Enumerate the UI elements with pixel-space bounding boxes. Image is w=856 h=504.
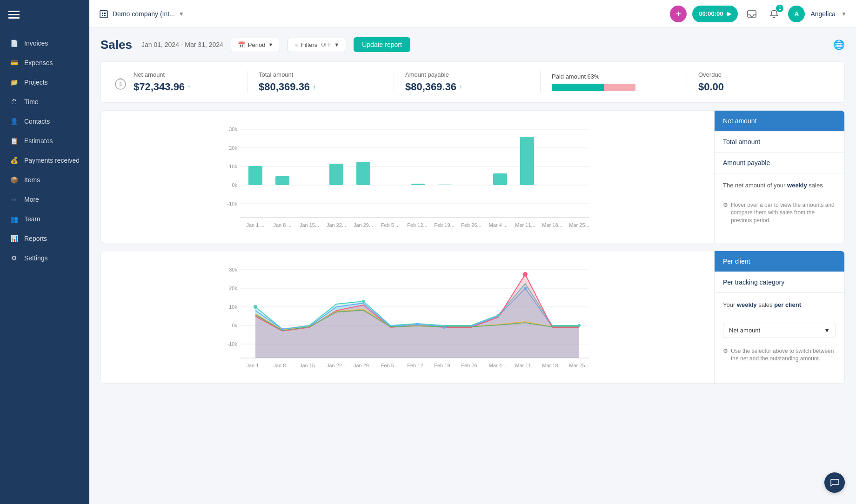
svg-text:Feb 12...: Feb 12... (407, 363, 427, 368)
total-amount-option[interactable]: Total amount (715, 132, 844, 153)
sidebar-header (0, 0, 89, 30)
bar-chart-description: The net amount of your weekly sales (715, 173, 844, 198)
svg-text:Feb 12...: Feb 12... (407, 222, 427, 228)
sidebar-item-label: Time (24, 98, 39, 106)
filters-state: OFF (321, 42, 331, 47)
paid-bar-remaining (604, 84, 635, 91)
net-amount-selector[interactable]: Net amount ▼ (723, 323, 836, 338)
summary-cards: $ Net amount $72,343.96 ↑ Total amount $… (100, 61, 845, 103)
svg-point-63 (443, 326, 446, 329)
sidebar-item-label: Expenses (24, 59, 53, 66)
svg-rect-29 (493, 173, 507, 185)
svg-text:Mar 25...: Mar 25... (569, 363, 589, 368)
user-chevron-icon[interactable]: ▼ (841, 11, 847, 17)
paid-amount-label: Paid amount 63% (552, 73, 675, 80)
add-button[interactable]: + (670, 6, 687, 22)
svg-text:10k: 10k (229, 304, 237, 310)
svg-point-60 (578, 324, 581, 327)
avatar-initial: A (794, 10, 799, 18)
net-amount-card: $ Net amount $72,343.96 ↑ (112, 71, 247, 93)
user-name[interactable]: Angelica (810, 10, 836, 18)
sidebar-item-contacts[interactable]: 👤 Contacts (0, 112, 89, 131)
user-avatar[interactable]: A (788, 6, 805, 22)
selector-chevron-icon: ▼ (824, 327, 830, 334)
sidebar-item-label: Items (24, 176, 40, 184)
amount-payable-value: $80,369.36 ↑ (405, 81, 529, 93)
per-tracking-option[interactable]: Per tracking category (715, 272, 844, 293)
notifications-button[interactable]: 1 (766, 6, 782, 22)
content-area: Sales Jan 01, 2024 - Mar 31, 2024 📅 Peri… (89, 28, 856, 504)
support-button[interactable] (824, 472, 845, 493)
sidebar-item-more[interactable]: ··· More (0, 190, 89, 209)
svg-point-59 (497, 314, 500, 317)
line-chart-section: 30k 20k 10k 0k -10k (100, 251, 845, 384)
expenses-icon: 💳 (9, 58, 19, 67)
sidebar: 📄 Invoices 💳 Expenses 📁 Projects ⏱ Time … (0, 0, 89, 504)
svg-text:Feb 26...: Feb 26... (461, 363, 481, 368)
svg-rect-3 (100, 11, 107, 18)
sidebar-item-label: Estimates (24, 137, 53, 145)
svg-text:Jan 22...: Jan 22... (327, 222, 346, 228)
sidebar-item-reports[interactable]: 📊 Reports (0, 229, 89, 248)
svg-text:30k: 30k (229, 126, 237, 132)
filters-button[interactable]: ≡ Filters OFF ▼ (288, 38, 346, 52)
svg-rect-30 (520, 137, 534, 185)
sidebar-nav: 📄 Invoices 💳 Expenses 📁 Projects ⏱ Time … (0, 30, 89, 504)
filters-label: Filters (301, 41, 317, 48)
svg-text:Jan 15...: Jan 15... (300, 222, 319, 228)
sidebar-logo[interactable] (7, 8, 20, 21)
svg-text:Jan 8 ...: Jan 8 ... (273, 222, 291, 228)
building-icon (99, 9, 109, 19)
sidebar-item-label: Payments received (24, 157, 80, 164)
paid-bar-fill (552, 84, 604, 91)
notification-badge: 1 (776, 5, 783, 12)
hint-icon: ⚙ (723, 201, 728, 209)
sidebar-item-expenses[interactable]: 💳 Expenses (0, 53, 89, 73)
per-client-option[interactable]: Per client (715, 251, 844, 272)
sidebar-item-projects[interactable]: 📁 Projects (0, 73, 89, 92)
amount-payable-card: Amount payable $80,369.36 ↑ (394, 71, 541, 93)
sidebar-item-settings[interactable]: ⚙ Settings (0, 248, 89, 268)
net-amount-value: $72,343.96 ↑ (134, 81, 191, 93)
update-report-button[interactable]: Update report (354, 37, 410, 52)
svg-rect-5 (104, 13, 106, 14)
svg-point-55 (254, 305, 257, 309)
page-header: Sales Jan 01, 2024 - Mar 31, 2024 📅 Peri… (100, 37, 845, 52)
sidebar-item-estimates[interactable]: 📋 Estimates (0, 131, 89, 151)
sidebar-item-time[interactable]: ⏱ Time (0, 92, 89, 112)
globe-icon[interactable]: 🌐 (833, 39, 845, 50)
inbox-button[interactable] (743, 6, 760, 22)
paid-progress-bar (552, 84, 635, 91)
svg-text:Feb 26...: Feb 26... (461, 222, 481, 228)
svg-point-61 (416, 323, 419, 326)
svg-text:Jan 1 ...: Jan 1 ... (246, 363, 264, 368)
total-amount-trend-icon: ↑ (313, 83, 316, 91)
bar-chart-hint: ⚙ Hover over a bar to view the amounts a… (715, 198, 844, 230)
sidebar-item-team[interactable]: 👥 Team (0, 209, 89, 229)
timer-value: 00:00:00 (699, 10, 723, 17)
svg-text:Jan 22...: Jan 22... (327, 363, 346, 368)
overdue-value: $0.00 (698, 81, 822, 93)
amount-payable-option[interactable]: Amount payable (715, 153, 844, 173)
svg-text:Feb 5 ...: Feb 5 ... (381, 222, 400, 228)
period-chevron-icon: ▼ (268, 42, 273, 47)
overdue-label: Overdue (698, 71, 822, 78)
sidebar-item-payments-received[interactable]: 💰 Payments received (0, 151, 89, 170)
sidebar-item-invoices[interactable]: 📄 Invoices (0, 33, 89, 53)
sidebar-item-items[interactable]: 📦 Items (0, 170, 89, 190)
estimates-icon: 📋 (9, 136, 19, 146)
sidebar-item-label: Settings (24, 254, 48, 262)
svg-text:Jan 15...: Jan 15... (300, 363, 319, 368)
total-amount-card: Total amount $80,369.36 ↑ (247, 71, 394, 93)
svg-text:Feb 19...: Feb 19... (434, 222, 454, 228)
svg-text:Mar 18...: Mar 18... (542, 363, 562, 368)
period-button[interactable]: 📅 Period ▼ (231, 38, 280, 52)
svg-rect-25 (329, 164, 343, 185)
timer-button[interactable]: 00:00:00 ▶ (692, 6, 738, 22)
line-hint-icon: ⚙ (723, 347, 728, 355)
net-amount-option[interactable]: Net amount (715, 111, 844, 132)
company-name: Demo company (Int... (113, 10, 175, 18)
bar-chart-options: Net amount Total amount Amount payable T… (714, 111, 844, 243)
svg-rect-27 (411, 184, 425, 185)
company-selector[interactable]: Demo company (Int... ▼ (99, 9, 184, 19)
